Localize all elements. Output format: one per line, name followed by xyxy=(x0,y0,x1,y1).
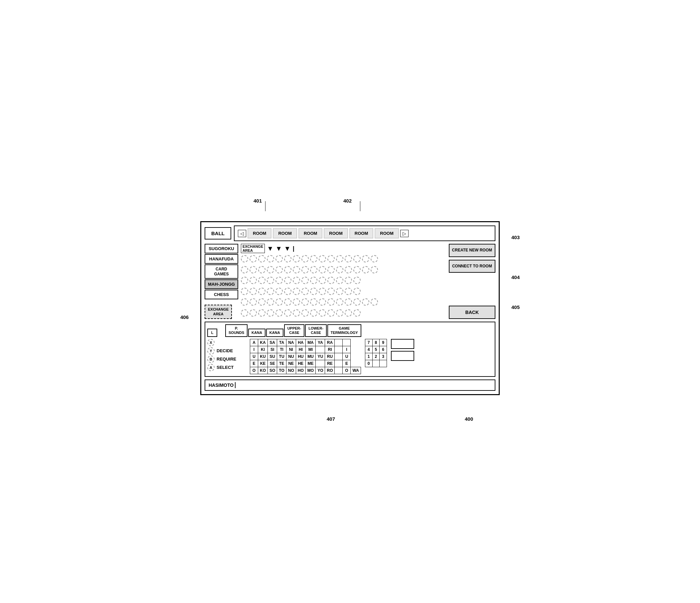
y-button-label: DECIDE xyxy=(217,348,233,353)
l-button[interactable]: L xyxy=(207,329,217,337)
kana-cell[interactable]: MI xyxy=(305,346,316,353)
kana-cell[interactable]: YO xyxy=(316,367,325,374)
kana-cell[interactable]: RA xyxy=(325,339,335,346)
kana-cell[interactable]: HU xyxy=(296,353,305,360)
num-key-2[interactable]: 2 xyxy=(372,353,380,360)
dot xyxy=(353,298,361,306)
num-row-789: 7 8 9 xyxy=(365,339,386,346)
kana-cell[interactable]: E xyxy=(343,360,351,367)
kana-cell[interactable]: HA xyxy=(296,339,305,346)
tab-kana-1[interactable]: KANA xyxy=(248,329,266,337)
connect-room-button[interactable]: CONNECT TO ROOM xyxy=(449,260,495,273)
create-room-button[interactable]: CREATE NEW ROOM xyxy=(449,244,495,257)
room-btn-4[interactable]: ROOM xyxy=(324,228,348,238)
kana-cell[interactable]: ME xyxy=(305,360,316,367)
room-btn-2[interactable]: ROOM xyxy=(273,228,297,238)
kana-cell[interactable]: KI xyxy=(258,346,268,353)
kana-cell[interactable]: RI xyxy=(325,346,335,353)
kana-cell[interactable]: MO xyxy=(305,367,316,374)
dot xyxy=(327,288,335,295)
kana-cell[interactable]: KU xyxy=(258,353,268,360)
num-key-7[interactable]: 7 xyxy=(365,339,372,346)
kana-cell[interactable]: NI xyxy=(286,346,296,353)
kana-cell[interactable]: KO xyxy=(258,367,268,374)
dot xyxy=(327,277,335,284)
num-key-empty xyxy=(372,360,380,367)
tab-p-sounds[interactable]: P.SOUNDS xyxy=(225,324,248,337)
nav-right-arrow[interactable]: ▷ xyxy=(400,230,408,237)
room-btn-6[interactable]: ROOM xyxy=(375,228,399,238)
num-key-6[interactable]: 6 xyxy=(380,346,387,353)
kana-cell[interactable]: SA xyxy=(268,339,277,346)
kana-cell[interactable]: KE xyxy=(258,360,268,367)
dot xyxy=(336,277,343,284)
kana-cell[interactable]: TU xyxy=(277,353,286,360)
tab-game-terminology[interactable]: GAMETERMINOLOGY xyxy=(327,324,361,337)
kana-cell[interactable]: SE xyxy=(268,360,277,367)
kana-cell[interactable]: U xyxy=(250,353,258,360)
ball-button[interactable]: BALL xyxy=(205,227,231,240)
kana-cell[interactable]: TO xyxy=(277,367,286,374)
sidebar-sugoroku[interactable]: SUGOROKU xyxy=(205,244,238,253)
num-key-5[interactable]: 5 xyxy=(372,346,380,353)
kana-cell[interactable]: A xyxy=(250,339,258,346)
kana-cell[interactable]: YA xyxy=(316,339,325,346)
kana-cell[interactable]: I xyxy=(250,346,258,353)
kana-cell[interactable]: U xyxy=(343,353,351,360)
sidebar-mah-jongg[interactable]: MAH-JONGG xyxy=(205,279,238,289)
kana-cell[interactable]: SO xyxy=(268,367,277,374)
dot xyxy=(371,298,378,306)
sidebar-card-games[interactable]: CARDGAMES xyxy=(205,265,238,279)
exchange-label: EXCHANGEAREA xyxy=(241,244,265,253)
dot xyxy=(345,266,352,273)
kana-cell[interactable]: RO xyxy=(325,367,335,374)
kana-cell[interactable]: NA xyxy=(286,339,296,346)
dot-row-1 xyxy=(241,255,446,265)
kana-cell[interactable]: TI xyxy=(277,346,286,353)
kana-cell[interactable]: HI xyxy=(296,346,305,353)
kana-cell[interactable]: WA xyxy=(351,367,361,374)
kana-cell[interactable]: TE xyxy=(277,360,286,367)
room-btn-5[interactable]: ROOM xyxy=(349,228,373,238)
kana-cell[interactable]: I xyxy=(343,346,351,353)
kana-cell[interactable]: O xyxy=(250,367,258,374)
num-key-3[interactable]: 3 xyxy=(380,353,387,360)
back-button[interactable]: BACK xyxy=(449,306,495,319)
num-key-4[interactable]: 4 xyxy=(365,346,372,353)
kana-cell[interactable]: HO xyxy=(296,367,305,374)
num-key-0[interactable]: 0 xyxy=(365,360,372,367)
tab-kana-2[interactable]: KANA xyxy=(266,329,283,337)
kana-cell[interactable]: HE xyxy=(296,360,305,367)
room-btn-1[interactable]: ROOM xyxy=(248,228,272,238)
sidebar-hanafuda[interactable]: HANAFUDA xyxy=(205,254,238,264)
kana-cell[interactable]: MU xyxy=(305,353,316,360)
exchange-row: EXCHANGEAREA xyxy=(205,305,238,319)
kana-cell[interactable]: RE xyxy=(325,360,335,367)
kana-cell[interactable]: YU xyxy=(316,353,325,360)
num-key-9[interactable]: 9 xyxy=(380,339,387,346)
kana-cell[interactable]: O xyxy=(343,367,351,374)
room-btn-3[interactable]: ROOM xyxy=(298,228,322,238)
dot xyxy=(293,266,300,273)
tab-upper-case[interactable]: UPPER-CASE xyxy=(284,324,305,337)
dot xyxy=(336,309,343,317)
nav-left-arrow[interactable]: ◁ xyxy=(238,230,246,237)
sidebar-exchange[interactable]: EXCHANGEAREA xyxy=(205,305,232,319)
kana-cell[interactable]: KA xyxy=(258,339,268,346)
kana-cell[interactable]: TA xyxy=(277,339,286,346)
kana-cell[interactable]: E xyxy=(250,360,258,367)
dot xyxy=(293,298,300,306)
kana-cell[interactable]: RU xyxy=(325,353,335,360)
kana-cell[interactable]: MA xyxy=(305,339,316,346)
tab-lower-case[interactable]: LOWER-CASE xyxy=(305,324,327,337)
kana-cell[interactable]: SI xyxy=(268,346,277,353)
num-key-1[interactable]: 1 xyxy=(365,353,372,360)
kana-cell[interactable]: NU xyxy=(286,353,296,360)
kana-cell[interactable]: NE xyxy=(286,360,296,367)
kana-cell[interactable]: NO xyxy=(286,367,296,374)
num-key-8[interactable]: 8 xyxy=(372,339,380,346)
sidebar-chess[interactable]: CHESS xyxy=(205,290,238,299)
dot xyxy=(284,288,292,295)
kana-cell[interactable]: SU xyxy=(268,353,277,360)
dot xyxy=(284,277,292,284)
